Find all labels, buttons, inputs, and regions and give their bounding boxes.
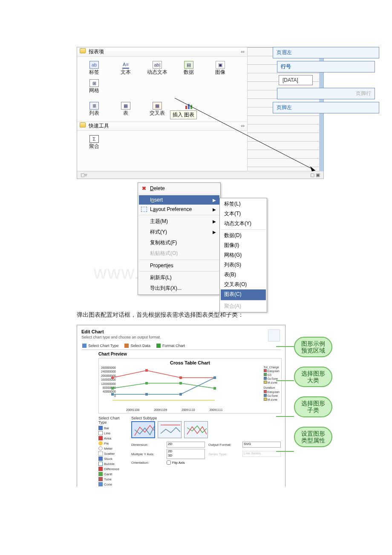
type-difference[interactable]: Difference [98,466,125,471]
palette-item-text[interactable]: A≡ 文本 [110,59,141,77]
subtype-thumb-3[interactable] [184,421,208,438]
palette-item-image[interactable]: ▣ 图像 [205,59,236,77]
footer-left-label[interactable]: 页脚左 [273,102,379,113]
menu-delete[interactable]: ✖ DDeleteelete [139,184,219,194]
palette-item-grid[interactable]: ⊞ 网格 [79,78,110,95]
menu-export-library[interactable]: 导出到库(X)... [139,283,219,294]
submenu-image[interactable]: 图像(I) [221,240,266,250]
layout-icon [141,207,147,212]
dialog-title: Edit Chart [81,329,281,334]
flip-axis-checkbox[interactable]: Flip Axis [167,460,205,465]
palette-header-report-items[interactable]: 报表项 ⇔ [77,47,247,57]
submenu-crosstable[interactable]: 交叉表(O) [221,280,266,289]
palette-header-quick-tools[interactable]: 快速工具 ⇔ [77,121,247,131]
report-layout-pane: 页眉左 行号 [DATA] 页脚行 页脚左 [273,47,379,116]
text-icon: A≡ [122,61,129,69]
label-text: 数据 [184,69,194,75]
dimension-select[interactable]: 2D [167,442,205,448]
type-bubble[interactable]: Bubble [98,461,125,466]
header-left-label[interactable]: 页眉左 [273,47,379,58]
subtype-thumb-1[interactable] [131,421,155,438]
palette-grid-2: ≣ 列表 ▦ 表 ▦ 交叉表 图表 [77,98,247,120]
palette-header-label: 快速工具 [89,123,109,129]
context-menu: ✖ DDeleteelete InsertInsert ▶ Layout Pre… [138,182,221,295]
submenu-list[interactable]: 列表(S) [221,260,266,270]
output-format-label: Output Format: [208,443,239,447]
outline-icon: ▢▿ [81,172,87,178]
cross-table-icon: ▦ [153,102,162,110]
preview-chart-title: Cross Table Chart [101,360,280,365]
type-stock[interactable]: Stock [98,456,125,461]
row-number-box[interactable]: 行号 [277,61,375,72]
menu-insert[interactable]: InsertInsert ▶ [139,195,219,205]
palette-item-dynamic-text[interactable]: ab| 动态文本 [142,59,173,77]
svg-rect-7 [145,382,148,384]
collapse-icon[interactable]: ⇔ [241,49,245,55]
submenu-arrow-icon: ▶ [213,198,216,202]
type-line[interactable]: Line [98,431,125,436]
submenu-dynamic-text[interactable]: 动态文本(Y) [221,219,266,230]
tab-select-data[interactable]: Select Data [124,342,152,350]
type-meter[interactable]: Meter [98,446,125,451]
menu-paste-format: 粘贴格式(O) [139,248,219,260]
menu-copy-format[interactable]: 复制格式(F) [139,237,219,248]
type-gantt[interactable]: Gantt [98,471,125,477]
chart-subtype-column: Select Subtype [131,416,281,487]
submenu-text[interactable]: 文本(T) [221,209,266,219]
palette-item-table[interactable]: ▦ 表 [110,100,141,118]
type-area[interactable]: Area [98,436,125,441]
svg-rect-12 [179,393,182,396]
multiple-y-select[interactable]: 2D 3D [167,449,205,459]
subtype-thumbnails [131,421,281,438]
palette-item-crosstable[interactable]: ▦ 交叉表 [142,100,173,118]
preview-mini-plot [108,367,228,405]
component-palette: 报表项 ⇔ ab 标签 A≡ 文本 ab| 动态文本 ▤ 数据 ▣ [77,47,248,179]
data-placeholder[interactable]: [DATA] [279,75,313,85]
palette-item-aggregate[interactable]: Σ 聚合 [79,133,110,151]
svg-rect-9 [213,387,216,390]
image-icon: ▣ [216,61,225,69]
chart-type-list: Select Chart Type Bar Line Area Pie Mete… [98,416,125,487]
x-axis-ticks: 20091108 20091109 20091110 20091111 [126,408,223,411]
output-format-select[interactable]: SVG [242,442,281,448]
annotation-callouts: 图形示例 预览区域 选择图形 大类 选择图形 子类 设置图形 类型属性 [294,337,332,447]
submenu-table[interactable]: 表(B) [221,270,266,280]
submenu-label[interactable]: 标签(L) [221,199,266,209]
palette-item-list[interactable]: ≣ 列表 [79,100,110,118]
callout-connector [276,380,294,381]
tab-select-chart-type[interactable]: Select Chart Type [81,342,120,350]
label-text: 标签 [89,69,99,75]
submenu-data[interactable]: 数据(D) [221,231,266,240]
label-text: 聚合 [89,144,99,149]
label-text: 交叉表 [150,110,165,116]
type-scatter[interactable]: Scatter [98,451,125,456]
submenu-grid[interactable]: 网格(G) [221,250,266,260]
palette-item-data[interactable]: ▤ 数据 [173,59,204,77]
chart-preview-panel: Chart Preview Cross Table Chart 28000000… [98,352,282,413]
type-pie[interactable]: Pie [98,441,125,446]
type-bar[interactable]: Bar [98,425,125,431]
folder-icon [80,48,86,53]
subtype-thumb-2[interactable] [158,421,182,438]
type-tube[interactable]: Tube [98,477,125,482]
type-cone[interactable]: Cone [98,482,125,487]
preview-heading: Chart Preview [98,352,282,356]
menu-refresh-library[interactable]: 刷新库(L) [139,272,219,283]
flip-axis-input[interactable] [167,460,171,465]
footer-row-box[interactable]: 页脚行 [277,88,375,99]
dialog-tabs: Select Chart Type Select Data Format Cha… [81,342,281,350]
svg-rect-8 [179,382,182,384]
callout-chart-subtype: 选择图形 子类 [294,396,332,417]
submenu-chart[interactable]: 图表(C) [221,289,266,301]
select-type-heading: Select Chart Type [98,416,125,425]
collapse-icon[interactable]: ⇔ [241,123,245,129]
callout-chart-properties: 设置图形 类型属性 [294,427,332,447]
menu-theme[interactable]: 主题(M)▶ [139,216,219,227]
menu-style[interactable]: 样式(Y)▶ [139,227,219,237]
tab-format-chart[interactable]: Format Chart [156,342,187,350]
palette-item-label[interactable]: ab 标签 [79,59,110,77]
chart-icon [184,102,193,110]
menu-properties[interactable]: PropertiesProperties [139,261,219,272]
orientation-label: Orientation: [131,461,163,465]
menu-layout-preference[interactable]: Layout PreferenceLayout Preference ▶ [139,205,219,215]
